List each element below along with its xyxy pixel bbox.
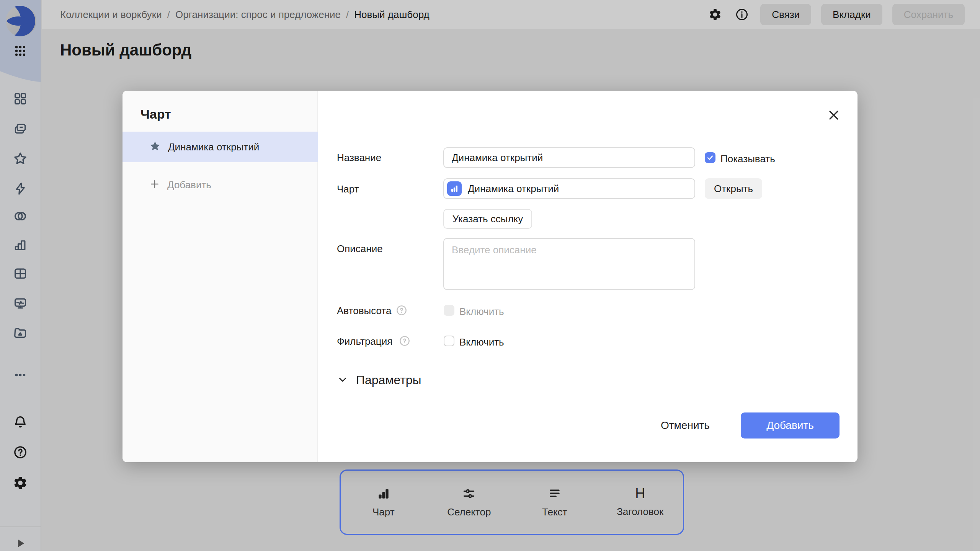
plus-icon: [149, 178, 160, 191]
toolbar-item-label: Чарт: [372, 506, 395, 518]
name-input[interactable]: [443, 147, 695, 168]
toolbar-item-text[interactable]: Текст: [512, 471, 598, 534]
chart-bars-icon: [447, 181, 462, 196]
chart-label: Чарт: [337, 183, 359, 195]
add-button[interactable]: Добавить: [741, 412, 840, 439]
filtering-label: Фильтрация: [337, 336, 392, 347]
sliders-icon: [462, 486, 476, 501]
toolbar-item-label: Заголовок: [617, 506, 663, 518]
name-label: Название: [337, 152, 381, 164]
dialog-panel-title: Чарт: [140, 107, 171, 122]
toolbar-item-label: Текст: [542, 506, 567, 518]
add-chart-list-label: Добавить: [167, 179, 211, 191]
filtering-checkbox-label[interactable]: Включить: [459, 336, 504, 348]
toolbar-item-chart[interactable]: Чарт: [341, 471, 426, 534]
description-label: Описание: [337, 243, 383, 255]
close-x-icon[interactable]: [827, 108, 841, 122]
show-checkbox[interactable]: [705, 152, 715, 163]
heading-h-icon: H: [635, 487, 645, 500]
autoheight-checkbox-label: Включить: [459, 306, 504, 318]
description-textarea[interactable]: [443, 238, 695, 290]
autoheight-label: Автовысота: [337, 305, 391, 317]
chart-bars-icon: [376, 486, 391, 501]
toolbar-item-selector[interactable]: Селектор: [426, 471, 512, 534]
star-filled-icon: [149, 140, 161, 154]
autoheight-checkbox: [444, 305, 454, 316]
params-section-label: Параметры: [356, 373, 421, 387]
toolbar-item-header[interactable]: H Заголовок: [598, 471, 683, 534]
params-section-toggle[interactable]: Параметры: [338, 373, 421, 387]
add-chart-dialog: Чарт Динамика открытий Добавить: [122, 91, 858, 462]
chart-list-item-label: Динамика открытий: [168, 141, 259, 153]
open-chart-button[interactable]: Открыть: [705, 178, 762, 199]
filtering-checkbox[interactable]: [444, 336, 454, 346]
chevron-down-icon: [338, 375, 348, 386]
chart-select-value: Динамика открытий: [468, 183, 559, 195]
autoheight-help-icon[interactable]: [396, 305, 407, 316]
dashboard-edit-toolbar: Чарт Селектор Текст H Заголовок: [340, 469, 684, 535]
specify-link-button[interactable]: Указать ссылку: [443, 209, 532, 229]
add-chart-list-button[interactable]: Добавить: [122, 173, 318, 197]
show-checkbox-label[interactable]: Показывать: [720, 153, 775, 165]
text-lines-icon: [547, 486, 562, 501]
chart-list-item-selected[interactable]: Динамика открытий: [122, 132, 318, 162]
chart-select-field[interactable]: Динамика открытий: [443, 178, 695, 199]
dialog-left-panel: Чарт Динамика открытий Добавить: [122, 91, 318, 462]
toolbar-item-label: Селектор: [447, 506, 491, 518]
app-root: Коллекции и воркбуки / Организации: спро…: [0, 0, 980, 551]
filtering-help-icon[interactable]: [399, 336, 410, 346]
cancel-button[interactable]: Отменить: [651, 412, 720, 439]
